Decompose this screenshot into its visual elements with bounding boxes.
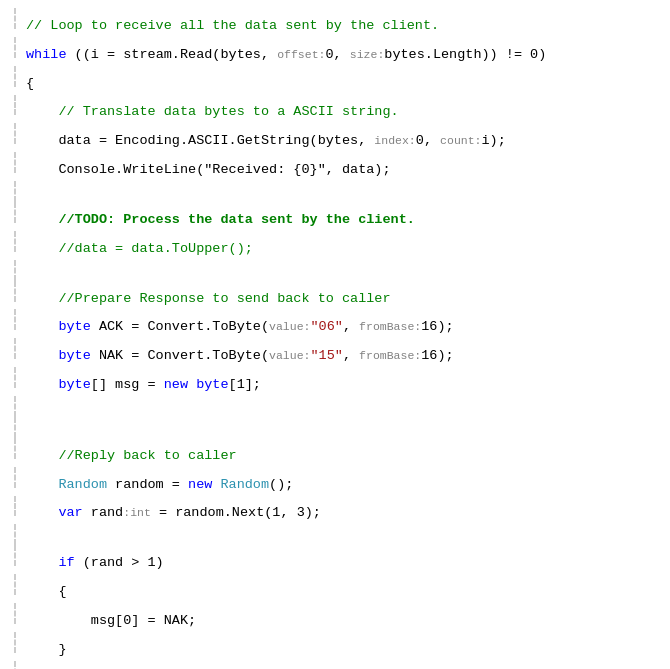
line-gutter xyxy=(8,632,16,653)
code-line: //data = data.ToUpper(); xyxy=(0,231,670,260)
line-gutter xyxy=(8,123,16,144)
code-line: byte[] msg = new byte[1]; xyxy=(0,367,670,396)
line-gutter xyxy=(8,338,16,359)
code-line: // Translate data bytes to a ASCII strin… xyxy=(0,95,670,124)
line-gutter xyxy=(8,367,16,388)
line-gutter xyxy=(8,37,16,58)
line-gutter xyxy=(8,95,16,116)
code-line: byte ACK = Convert.ToByte(value:"06", fr… xyxy=(0,309,670,338)
code-content: // Translate data bytes to a ASCII strin… xyxy=(26,102,399,123)
code-content: var rand:int = random.Next(1, 3); xyxy=(26,503,321,524)
code-content: msg[0] = NAK; xyxy=(26,611,196,632)
code-content: { xyxy=(26,582,67,603)
code-line xyxy=(0,524,670,545)
code-line: // Loop to receive all the data sent by … xyxy=(0,8,670,37)
code-content: if (rand > 1) xyxy=(26,553,164,574)
line-gutter xyxy=(8,181,16,202)
code-content: } xyxy=(26,640,67,661)
line-gutter xyxy=(8,396,16,417)
code-line: Console.WriteLine("Received: {0}", data)… xyxy=(0,152,670,181)
code-line: var rand:int = random.Next(1, 3); xyxy=(0,496,670,525)
code-line: data = Encoding.ASCII.GetString(bytes, i… xyxy=(0,123,670,152)
line-gutter xyxy=(8,281,16,302)
code-line: while ((i = stream.Read(bytes, offset:0,… xyxy=(0,37,670,66)
code-content: //Reply back to caller xyxy=(26,446,237,467)
code-line: //TODO: Process the data sent by the cli… xyxy=(0,202,670,231)
code-content: //data = data.ToUpper(); xyxy=(26,239,253,260)
code-content: { xyxy=(26,74,34,95)
line-gutter xyxy=(8,524,16,545)
code-content: while ((i = stream.Read(bytes, offset:0,… xyxy=(26,45,546,66)
code-content: data = Encoding.ASCII.GetString(bytes, i… xyxy=(26,131,506,152)
code-content: byte[] msg = new byte[1]; xyxy=(26,375,261,396)
code-content: Console.WriteLine("Received: {0}", data)… xyxy=(26,160,391,181)
code-line xyxy=(0,417,670,438)
line-gutter xyxy=(8,202,16,223)
code-line: else xyxy=(0,661,670,669)
code-line: if (rand > 1) xyxy=(0,545,670,574)
code-line xyxy=(0,181,670,202)
line-gutter xyxy=(8,152,16,173)
line-gutter xyxy=(8,661,16,669)
code-line xyxy=(0,260,670,281)
line-gutter xyxy=(8,545,16,566)
code-line: { xyxy=(0,66,670,95)
line-gutter xyxy=(8,438,16,459)
line-gutter xyxy=(8,574,16,595)
line-gutter xyxy=(8,231,16,252)
code-content: byte ACK = Convert.ToByte(value:"06", fr… xyxy=(26,317,454,338)
code-editor: // Loop to receive all the data sent by … xyxy=(0,0,670,669)
line-gutter xyxy=(8,496,16,517)
code-line xyxy=(0,396,670,417)
code-line: { xyxy=(0,574,670,603)
code-line: Random random = new Random(); xyxy=(0,467,670,496)
code-content: //TODO: Process the data sent by the cli… xyxy=(26,210,415,231)
line-gutter xyxy=(8,603,16,624)
code-line: //Prepare Response to send back to calle… xyxy=(0,281,670,310)
line-gutter xyxy=(8,260,16,281)
code-line: //Reply back to caller xyxy=(0,438,670,467)
code-content: byte NAK = Convert.ToByte(value:"15", fr… xyxy=(26,346,454,367)
line-gutter xyxy=(8,467,16,488)
code-content: Random random = new Random(); xyxy=(26,475,293,496)
code-content: // Loop to receive all the data sent by … xyxy=(26,16,439,37)
line-gutter xyxy=(8,8,16,29)
code-line: } xyxy=(0,632,670,661)
line-gutter xyxy=(8,417,16,438)
code-line: byte NAK = Convert.ToByte(value:"15", fr… xyxy=(0,338,670,367)
line-gutter xyxy=(8,66,16,87)
code-content: //Prepare Response to send back to calle… xyxy=(26,289,391,310)
line-gutter xyxy=(8,309,16,330)
code-line: msg[0] = NAK; xyxy=(0,603,670,632)
